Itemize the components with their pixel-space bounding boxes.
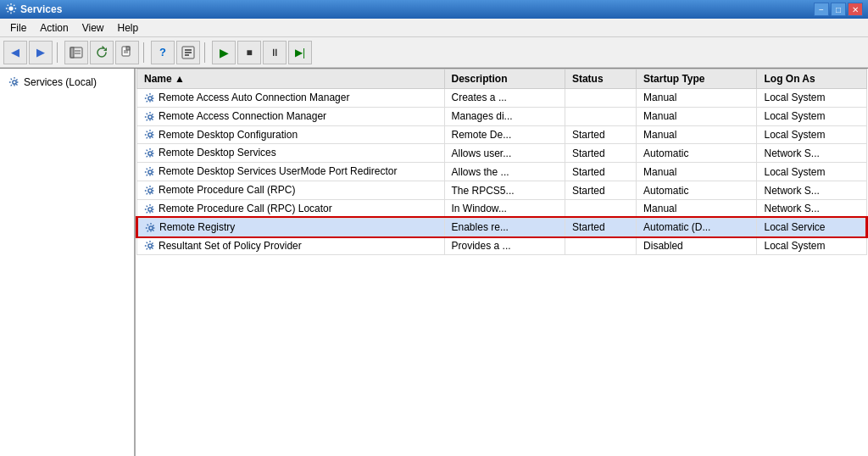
title-text: Services [20,3,62,15]
service-name-text: Remote Procedure Call (RPC) [159,184,295,196]
table-row[interactable]: Remote RegistryEnables re...StartedAutom… [137,218,867,236]
service-desc-cell: Enables re... [444,218,565,236]
service-name-cell: Remote Desktop Services UserMode Port Re… [137,163,445,181]
service-name-cell: Remote Access Auto Connection Manager [137,89,445,108]
refresh-btn[interactable] [90,41,114,64]
service-name-cell: Remote Registry [137,218,445,236]
col-header-startup[interactable]: Startup Type [637,70,757,89]
service-desc-cell: Provides a ... [444,236,565,255]
table-row[interactable]: Remote Access Auto Connection ManagerCre… [137,89,867,108]
title-controls: − □ ✕ [814,3,863,16]
toolbar-separator-2 [143,42,147,63]
back-button[interactable]: ◀ [3,41,27,64]
services-local-label: Services (Local) [24,76,97,88]
service-desc-cell: Creates a ... [444,89,565,108]
services-local-icon [8,76,20,88]
service-name-text: Resultant Set of Policy Provider [159,240,302,252]
service-desc-cell: In Window... [444,199,565,218]
toolbar-separator-1 [57,42,60,63]
service-startup-cell: Automatic [637,144,757,163]
service-name-cell: Remote Desktop Configuration [137,125,445,144]
table-row[interactable]: Remote Procedure Call (RPC)The RPCS5...S… [137,181,867,200]
table-row[interactable]: Remote Access Connection ManagerManages … [137,107,867,125]
svg-rect-7 [126,47,130,50]
service-gear-icon [144,240,159,252]
table-row[interactable]: Resultant Set of Policy ProviderProvides… [137,236,867,255]
service-logon-cell: Local System [757,163,867,181]
services-local-item[interactable]: Services (Local) [5,74,129,91]
show-hide-btn[interactable] [64,41,88,64]
service-name-text: Remote Desktop Configuration [159,129,298,141]
export-btn[interactable] [115,41,139,64]
service-logon-cell: Network S... [757,144,867,163]
service-gear-icon [145,221,159,233]
service-gear-icon [144,147,159,158]
svg-point-21 [148,208,152,211]
resume-service-btn[interactable]: ▶| [288,41,312,64]
help-btn[interactable]: ? [151,41,175,64]
stop-service-btn[interactable]: ■ [237,41,261,64]
service-desc-cell: Remote De... [444,125,565,144]
menu-help[interactable]: Help [111,20,146,36]
service-startup-cell: Manual [637,125,757,144]
forward-button[interactable]: ▶ [29,41,53,64]
service-status-cell: Started [565,144,636,163]
svg-point-22 [149,225,153,229]
menu-view[interactable]: View [75,20,111,36]
col-header-name[interactable]: Name ▲ [137,70,445,89]
toolbar: ◀ ▶ ? ▶ ■ ⏸ ▶| [0,37,868,68]
title-bar: Services − □ ✕ [0,0,868,19]
service-name-cell: Remote Access Connection Manager [137,107,445,125]
svg-point-0 [8,6,13,10]
table-row[interactable]: Remote Procedure Call (RPC) LocatorIn Wi… [137,199,867,218]
service-status-cell [565,89,636,108]
minimize-btn[interactable]: − [814,3,829,16]
service-logon-cell: Network S... [757,181,867,200]
service-name-text: Remote Access Connection Manager [159,110,326,122]
service-status-cell [565,199,636,218]
service-name-text: Remote Registry [159,221,235,233]
start-service-btn[interactable]: ▶ [212,41,236,64]
service-name-text: Remote Desktop Services UserMode Port Re… [159,165,397,177]
service-name-cell: Remote Procedure Call (RPC) [137,181,445,200]
service-startup-cell: Disabled [637,236,757,255]
pause-service-btn[interactable]: ⏸ [263,41,287,64]
right-panel[interactable]: Name ▲ Description Status Startup Type L… [136,69,868,456]
col-header-description[interactable]: Description [444,70,565,89]
service-status-cell: Started [565,218,636,236]
service-name-text: Remote Desktop Services [159,147,276,158]
service-startup-cell: Manual [637,199,757,218]
service-name-cell: Remote Desktop Services [137,144,445,163]
svg-point-15 [148,97,152,100]
service-logon-cell: Network S... [757,199,867,218]
close-btn[interactable]: ✕ [848,3,863,16]
maximize-btn[interactable]: □ [831,3,846,16]
service-status-cell [565,107,636,125]
col-header-status[interactable]: Status [565,70,636,89]
svg-point-18 [148,152,152,155]
service-gear-icon [144,184,159,196]
service-logon-cell: Local System [757,89,867,108]
svg-rect-2 [70,47,74,58]
menu-action[interactable]: Action [33,20,75,36]
service-status-cell: Started [565,163,636,181]
service-name-cell: Remote Procedure Call (RPC) Locator [137,199,445,218]
menu-bar: File Action View Help [0,19,868,37]
properties-btn[interactable] [176,41,200,64]
service-status-cell: Started [565,181,636,200]
svg-point-17 [148,133,152,136]
service-desc-cell: Manages di... [444,107,565,125]
table-row[interactable]: Remote Desktop Services UserMode Port Re… [137,163,867,181]
table-row[interactable]: Remote Desktop ServicesAllows user...Sta… [137,144,867,163]
service-logon-cell: Local System [757,125,867,144]
table-row[interactable]: Remote Desktop ConfigurationRemote De...… [137,125,867,144]
service-name-text: Remote Access Auto Connection Manager [159,92,349,103]
col-header-logon[interactable]: Log On As [757,70,867,89]
menu-file[interactable]: File [3,20,33,36]
service-startup-cell: Automatic [637,181,757,200]
service-status-cell: Started [565,125,636,144]
service-startup-cell: Manual [637,89,757,108]
service-logon-cell: Local Service [757,218,867,236]
service-gear-icon [144,129,159,141]
svg-point-20 [148,189,152,192]
